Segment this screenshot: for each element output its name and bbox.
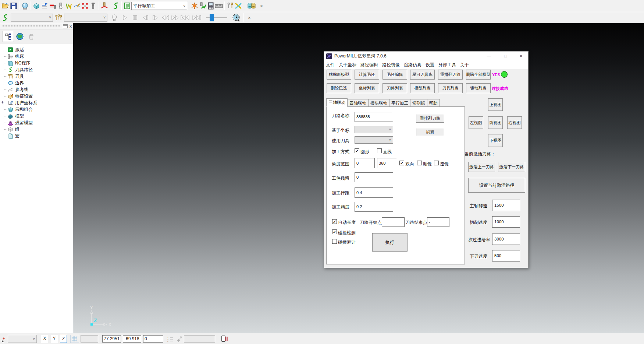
view-top-button[interactable]: 上视图 <box>488 98 503 111</box>
form-icon[interactable] <box>123 1 131 11</box>
step-forward-icon[interactable] <box>152 13 160 22</box>
tab-parallel[interactable]: 平行加工 <box>389 99 410 107</box>
tree-item-model[interactable]: 模型 <box>4 113 73 119</box>
cut-speed-input[interactable]: 1000 <box>492 216 520 228</box>
menu-render-sim[interactable]: 渲染仿真 <box>404 62 421 68</box>
tree-item-nc-program[interactable]: NC程序 <box>4 60 73 66</box>
menu-path-mirror[interactable]: 路径镜像 <box>382 62 400 68</box>
toolpath-star-icon[interactable] <box>191 1 199 11</box>
angle-from-input[interactable]: 0 <box>355 158 375 168</box>
block-icon[interactable] <box>32 1 40 11</box>
tool-check-icon[interactable] <box>199 1 207 11</box>
set-active-path-button[interactable]: 设置当前激活路径 <box>468 178 525 193</box>
tab-explorer-tree[interactable] <box>3 31 14 42</box>
tree-item-activate[interactable]: 激活 <box>4 46 73 53</box>
axis-tool-icon[interactable] <box>175 336 182 343</box>
delete-all-models-button[interactable]: 删除全部模型 <box>466 70 491 80</box>
tree-item-group[interactable]: 组 <box>4 126 73 133</box>
both-dir-checkbox[interactable]: ✓ <box>399 161 404 165</box>
tab-4axis[interactable]: 四轴联动 <box>348 99 369 107</box>
conventional-checkbox[interactable] <box>434 161 439 165</box>
explorer-handle[interactable]: x <box>0 23 73 29</box>
float-window-icon[interactable] <box>63 24 68 28</box>
expand-icon[interactable]: + <box>1 101 4 104</box>
tab-explorer-globe[interactable] <box>14 31 25 42</box>
feature-set-icon[interactable] <box>81 1 89 11</box>
sim-tool-combobox[interactable]: ˅ <box>64 14 107 22</box>
view-left-button[interactable]: 左视图 <box>469 116 483 129</box>
collision-avoid-checkbox[interactable] <box>332 239 337 244</box>
activate-next-button[interactable]: 激活下一刀路 <box>498 162 525 172</box>
dialog-titlebar[interactable]: PowerMILL 忆梦星河 7.0.6 — □ × <box>324 52 528 61</box>
toolpath-icon[interactable] <box>40 1 49 11</box>
auto-length-checkbox[interactable]: ✓ <box>332 219 337 224</box>
toolpath-name-input[interactable]: 888888 <box>355 112 393 122</box>
activate-prev-button[interactable]: 激活上一刀路 <box>468 162 495 172</box>
open-icon[interactable] <box>1 1 10 11</box>
view-origin-button[interactable] <box>1 336 7 343</box>
strategy-icon[interactable] <box>49 1 57 11</box>
clock-icon[interactable] <box>232 13 241 22</box>
tree-item-machine[interactable]: 机床 <box>4 53 73 60</box>
line-checkbox[interactable] <box>377 148 382 153</box>
coord-list-icon[interactable]: xyz <box>167 336 174 343</box>
calc-stock-button[interactable]: 计算毛坯 <box>355 70 379 80</box>
tree-item-feature-set[interactable]: 特征设置 <box>4 93 73 99</box>
view-front-button[interactable]: 前视图 <box>488 116 503 129</box>
x-toggle[interactable]: X <box>41 335 48 343</box>
tree-item-macro[interactable]: 宏 <box>4 133 73 139</box>
strategy-combobox[interactable]: 平行精加工 ˅ <box>131 2 187 10</box>
angle-to-input[interactable]: 360 <box>377 158 397 168</box>
view-right-button[interactable]: 右视图 <box>507 116 522 129</box>
tree-item-tool[interactable]: 刀具 <box>4 73 73 80</box>
stock-input[interactable]: 0 <box>355 172 393 182</box>
climb-checkbox[interactable] <box>417 161 422 165</box>
reorder-toolpath-button[interactable]: 重排列刀路 <box>438 70 463 80</box>
minimize-button[interactable]: — <box>486 53 492 59</box>
tool-library-button[interactable]: 星河刀具库 <box>410 70 435 80</box>
pattern-icon[interactable] <box>73 1 81 11</box>
execute-button[interactable]: 执行 <box>372 233 408 252</box>
tool-pair-icon[interactable] <box>226 1 234 11</box>
tree-item-toolpath[interactable]: 刀具路径 <box>4 66 73 73</box>
refresh-button[interactable]: 刷新 <box>416 128 444 136</box>
sphere-icon[interactable] <box>21 1 29 11</box>
fast-forward-icon[interactable] <box>171 13 179 22</box>
tolerance-input[interactable]: 0.2 <box>355 202 393 212</box>
ruler-icon[interactable] <box>215 1 223 11</box>
drag-handle[interactable] <box>3 25 60 27</box>
close-button[interactable]: × <box>518 53 524 59</box>
tab-swivel[interactable]: 摆头联动 <box>369 99 389 107</box>
stock-pair-icon[interactable] <box>246 1 257 11</box>
tool-holder-icon[interactable] <box>89 1 97 11</box>
speed-slider[interactable] <box>206 14 227 21</box>
tab-explorer-trash[interactable] <box>25 31 37 42</box>
drive-list-button[interactable]: 驱动列表 <box>466 83 491 93</box>
edit-stock-button[interactable]: 毛坯编辑 <box>383 70 407 80</box>
save-icon[interactable] <box>10 1 18 11</box>
spindle-speed-input[interactable]: 1500 <box>492 200 520 211</box>
menu-coords[interactable]: 关于坐标 <box>339 62 356 68</box>
skip-end-icon[interactable] <box>191 13 202 22</box>
bulb-icon[interactable] <box>110 13 118 22</box>
tool-combobox[interactable]: ˅ <box>355 136 393 144</box>
tab-saw[interactable]: 切割锯 <box>410 99 427 107</box>
tree-item-boundary[interactable]: 边界 <box>4 80 73 86</box>
toolpath-list-button[interactable]: 刀路列表 <box>383 83 407 93</box>
tab-help[interactable]: 帮助 <box>427 99 440 107</box>
plunge-speed-input[interactable]: 500 <box>492 250 520 261</box>
skim-rate-input[interactable]: 3000 <box>492 234 520 245</box>
step-back-icon[interactable] <box>141 13 149 22</box>
coord-combobox[interactable]: ˅ <box>355 126 393 133</box>
z-toggle[interactable]: Z <box>60 335 67 343</box>
tree-item-workplane[interactable]: +用户坐标系 <box>4 99 73 106</box>
play-icon[interactable] <box>121 13 129 22</box>
ball-tool-icon[interactable] <box>57 1 65 11</box>
delete-selected-button[interactable]: 删除已选 <box>327 83 351 93</box>
rewind-icon[interactable] <box>161 13 170 22</box>
tree-item-stock-model[interactable]: 残留模型 <box>4 119 73 126</box>
boundary-icon[interactable] <box>65 1 73 11</box>
circle-checkbox[interactable]: ✓ <box>355 148 359 153</box>
reorder-button[interactable]: 重排列刀路 <box>416 114 444 123</box>
start-point-input[interactable] <box>382 217 405 227</box>
